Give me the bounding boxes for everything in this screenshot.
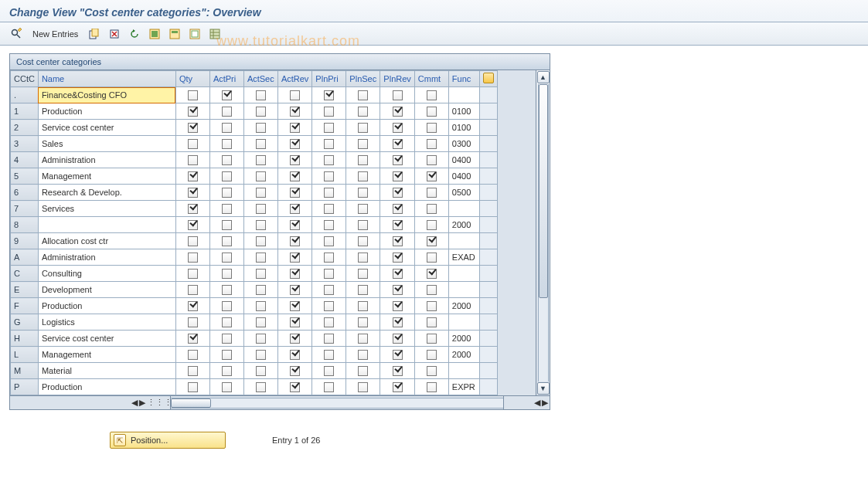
plnpri-checkbox[interactable] — [324, 236, 334, 246]
plnsec-checkbox[interactable] — [358, 123, 368, 133]
plnrev-checkbox[interactable] — [393, 317, 403, 327]
plnpri-checkbox[interactable] — [324, 123, 334, 133]
cell-cmmt[interactable] — [414, 136, 448, 152]
plnrev-checkbox[interactable] — [393, 123, 403, 133]
plnpri-checkbox[interactable] — [324, 139, 334, 149]
plnpri-checkbox[interactable] — [324, 301, 334, 311]
cell-actrev[interactable] — [277, 185, 311, 201]
actsec-checkbox[interactable] — [256, 301, 266, 311]
actsec-checkbox[interactable] — [256, 366, 266, 376]
plnpri-checkbox[interactable] — [324, 204, 334, 214]
col-actpri[interactable]: ActPri — [209, 71, 243, 87]
actpri-checkbox[interactable] — [222, 107, 232, 117]
cell-actpri[interactable] — [209, 217, 243, 233]
col-plnsec[interactable]: PlnSec — [346, 71, 380, 87]
cell-actpri[interactable] — [209, 103, 243, 120]
qty-checkbox[interactable] — [188, 366, 198, 376]
cell-plnsec[interactable] — [346, 298, 380, 314]
scroll-down-icon[interactable]: ▼ — [537, 382, 550, 395]
row-func-cell[interactable]: 0400 — [448, 152, 479, 168]
cmmt-checkbox[interactable] — [427, 107, 437, 117]
row-func-cell[interactable] — [448, 363, 479, 379]
cell-plnpri[interactable] — [312, 298, 346, 314]
hscroll-track[interactable] — [171, 398, 503, 409]
col-cmmt[interactable]: Cmmt — [414, 71, 448, 87]
plnsec-checkbox[interactable] — [358, 188, 368, 198]
cmmt-checkbox[interactable] — [427, 301, 437, 311]
cost-center-table[interactable]: CCtC Name Qty ActPri ActSec ActRev PlnPr… — [10, 70, 498, 395]
cell-actrev[interactable] — [277, 298, 311, 314]
cell-plnpri[interactable] — [312, 120, 346, 136]
table-row[interactable]: GLogistics — [11, 314, 498, 331]
plnsec-checkbox[interactable] — [358, 301, 368, 311]
cell-actrev[interactable] — [277, 103, 311, 120]
actrev-checkbox[interactable] — [290, 334, 300, 344]
cell-plnpri[interactable] — [312, 201, 346, 217]
cell-plnrev[interactable] — [380, 201, 414, 217]
plnrev-checkbox[interactable] — [393, 269, 403, 279]
plnrev-checkbox[interactable] — [393, 253, 403, 263]
cell-actsec[interactable] — [243, 152, 277, 168]
actrev-checkbox[interactable] — [290, 350, 300, 360]
select-all-icon[interactable] — [146, 26, 163, 42]
plnsec-checkbox[interactable] — [358, 334, 368, 344]
actpri-checkbox[interactable] — [222, 269, 232, 279]
cell-plnrev[interactable] — [380, 168, 414, 185]
deselect-all-icon[interactable] — [186, 26, 203, 42]
cell-actrev[interactable] — [277, 217, 311, 233]
table-row[interactable]: CConsulting — [11, 266, 498, 282]
cell-qty[interactable] — [175, 87, 209, 103]
table-row[interactable]: 7Services — [11, 201, 498, 217]
cell-cmmt[interactable] — [414, 363, 448, 379]
qty-checkbox[interactable] — [188, 253, 198, 263]
cell-qty[interactable] — [175, 379, 209, 395]
cell-plnsec[interactable] — [346, 314, 380, 331]
cell-cmmt[interactable] — [414, 331, 448, 347]
actsec-checkbox[interactable] — [256, 139, 266, 149]
cell-qty[interactable] — [175, 185, 209, 201]
cell-qty[interactable] — [175, 103, 209, 120]
copy-as-icon[interactable] — [86, 26, 103, 42]
actrev-checkbox[interactable] — [290, 139, 300, 149]
cell-plnrev[interactable] — [380, 136, 414, 152]
cell-actsec[interactable] — [243, 249, 277, 266]
row-name-cell[interactable]: Material — [38, 363, 175, 379]
plnrev-checkbox[interactable] — [393, 301, 403, 311]
cell-plnsec[interactable] — [346, 217, 380, 233]
scroll-up-icon[interactable]: ▲ — [537, 71, 550, 83]
cell-actrev[interactable] — [277, 249, 311, 266]
actsec-checkbox[interactable] — [256, 269, 266, 279]
actsec-checkbox[interactable] — [256, 204, 266, 214]
plnsec-checkbox[interactable] — [358, 90, 368, 100]
cell-actsec[interactable] — [243, 363, 277, 379]
actrev-checkbox[interactable] — [290, 236, 300, 246]
qty-checkbox[interactable] — [188, 123, 198, 133]
cell-qty[interactable] — [175, 298, 209, 314]
cell-plnrev[interactable] — [380, 379, 414, 395]
row-func-cell[interactable]: 0100 — [448, 120, 479, 136]
plnsec-checkbox[interactable] — [358, 382, 368, 392]
cell-actpri[interactable] — [209, 282, 243, 298]
plnrev-checkbox[interactable] — [393, 366, 403, 376]
cell-actsec[interactable] — [243, 282, 277, 298]
actpri-checkbox[interactable] — [222, 204, 232, 214]
undo-change-icon[interactable] — [126, 26, 143, 42]
cell-actpri[interactable] — [209, 266, 243, 282]
cell-plnsec[interactable] — [346, 331, 380, 347]
plnrev-checkbox[interactable] — [393, 107, 403, 117]
actsec-checkbox[interactable] — [256, 285, 266, 295]
cell-actsec[interactable] — [243, 103, 277, 120]
plnsec-checkbox[interactable] — [358, 220, 368, 230]
cell-qty[interactable] — [175, 136, 209, 152]
col-cctc[interactable]: CCtC — [11, 71, 39, 87]
cmmt-checkbox[interactable] — [427, 123, 437, 133]
actpri-checkbox[interactable] — [222, 253, 232, 263]
plnpri-checkbox[interactable] — [324, 285, 334, 295]
configure-columns-icon[interactable] — [479, 71, 497, 87]
cell-cmmt[interactable] — [414, 282, 448, 298]
plnsec-checkbox[interactable] — [358, 107, 368, 117]
qty-checkbox[interactable] — [188, 107, 198, 117]
hscroll-grip-icon[interactable]: ⋮⋮⋮ — [147, 398, 168, 408]
row-name-cell[interactable]: Production — [38, 379, 175, 395]
cell-plnrev[interactable] — [380, 347, 414, 363]
